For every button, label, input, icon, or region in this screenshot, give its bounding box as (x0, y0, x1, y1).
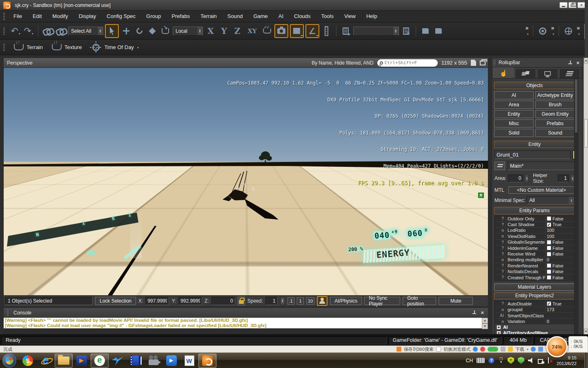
helper-size-value[interactable]: 1 (558, 175, 569, 182)
area-spinner[interactable]: ▲▼ (525, 175, 529, 182)
filter-mode-label[interactable]: By Name, Hide filtered, AND (312, 60, 373, 66)
mode-checkbox-icon[interactable] (436, 347, 441, 352)
close-console-icon[interactable]: × (481, 310, 484, 315)
combo-spinner[interactable]: ▲▼ (97, 27, 103, 35)
network-speed-widget[interactable]: ↑0K/S ↓0K/S (568, 336, 588, 352)
entity-properties2-header[interactable]: Entity Properties2 (494, 292, 575, 299)
named-selection-combo[interactable]: ▲▼ (353, 27, 399, 36)
entity-section-header[interactable]: Entity (494, 141, 575, 148)
snap-angle-button[interactable] (305, 24, 319, 38)
menu-help[interactable]: Help (361, 11, 383, 22)
checkbox[interactable] (547, 275, 551, 280)
checkbox[interactable]: ✓ (547, 222, 551, 227)
toolbar-overflow-2[interactable]: »▾ (550, 24, 555, 38)
ruler-button[interactable] (321, 25, 332, 37)
taskbar-file-explorer[interactable] (55, 354, 73, 368)
delete-named-selection-button[interactable] (401, 25, 412, 37)
vr-preview-toggle[interactable] (317, 296, 327, 306)
scroll-thumb[interactable] (584, 119, 588, 148)
param-group-ai[interactable]: +AI (495, 325, 574, 330)
object-btn-ai[interactable]: AI (494, 91, 534, 99)
toolbar-overflow-3[interactable]: »▾ (576, 24, 581, 38)
scroll-up-arrow[interactable]: ▲ (584, 58, 588, 63)
param-group-aiterritory[interactable]: +AITerritoryAndWave (495, 330, 574, 334)
taskbar-thunder[interactable] (109, 354, 127, 368)
entity-layer-field[interactable]: Main* (508, 162, 575, 170)
object-btn-prefabs[interactable]: Prefabs (535, 119, 575, 128)
axis-lock-button[interactable] (238, 296, 245, 305)
checkbox[interactable] (547, 246, 551, 250)
taskbar-movie-maker[interactable] (145, 354, 163, 368)
area-value[interactable]: 0 (508, 175, 523, 182)
taskbar-internet-explorer[interactable]: e (37, 354, 55, 368)
tray-expand-icon[interactable]: ❐▾ (498, 358, 504, 364)
toolbar-grip[interactable] (3, 44, 5, 51)
menu-config-spec[interactable]: Config Spec (101, 11, 141, 22)
menu-modify[interactable]: Modify (47, 11, 73, 22)
taskbar-360-browser[interactable] (91, 354, 109, 368)
speed-preset-1[interactable]: 1 (297, 297, 304, 305)
freeze-sphere-button[interactable] (563, 25, 574, 37)
lock-selection-button[interactable]: Lock Selection (95, 297, 136, 305)
360-speed-ball[interactable]: 74% (546, 336, 568, 357)
taskbar-video-player[interactable] (127, 354, 145, 368)
axis-xy-button[interactable]: XY (245, 27, 259, 35)
goto-position-button[interactable]: Goto position (403, 297, 436, 305)
help-tray-icon[interactable]: ? (488, 357, 494, 364)
object-btn-area[interactable]: Area (494, 101, 534, 109)
layout-icon[interactable] (480, 61, 486, 65)
object-btn-solid[interactable]: Solid (494, 129, 534, 137)
console-grip[interactable] (7, 310, 9, 316)
console-warning-line[interactable]: [Warning] <Flash> Could not load user im… (4, 323, 488, 328)
redo-button[interactable]: ▾ (23, 25, 34, 37)
console-scrollbar[interactable]: ▲▼ (482, 318, 488, 329)
traffic-light-icon[interactable] (488, 347, 498, 352)
checkbox[interactable] (547, 269, 551, 274)
taskbar-word[interactable] (180, 354, 198, 368)
object-btn-entity[interactable]: Entity (494, 110, 534, 118)
expand-icon[interactable]: + (497, 331, 501, 334)
link-button[interactable] (42, 25, 53, 37)
language-indicator[interactable]: CH (466, 358, 473, 364)
menu-file[interactable]: File (8, 11, 27, 22)
object-btn-sound[interactable]: Sound (535, 129, 575, 137)
checkbox[interactable] (547, 263, 551, 268)
snap-grid-button[interactable] (290, 24, 304, 38)
menu-group[interactable]: Group (141, 11, 166, 22)
toolbar-overflow-1[interactable]: »▾ (525, 24, 530, 38)
scale-tool-button[interactable] (147, 25, 158, 37)
menu-edit[interactable]: Edit (27, 11, 47, 22)
entity-params-header[interactable]: Entity Params (494, 207, 575, 214)
menu-prefabs[interactable]: Prefabs (166, 11, 195, 22)
object-btn-misc[interactable]: Misc (494, 119, 534, 128)
select-named-object-button[interactable] (340, 25, 352, 37)
select-tool-button[interactable] (105, 24, 119, 38)
axis-z-button[interactable]: Z (232, 26, 243, 36)
axis-x-button[interactable]: X (205, 26, 217, 36)
z-coordinate-field[interactable] (212, 297, 235, 305)
taskbar-sandbox[interactable] (198, 354, 216, 368)
tab-layers[interactable] (559, 68, 580, 78)
scroll-down-arrow[interactable]: ▼ (584, 329, 588, 334)
ai-physics-button[interactable]: AI/Physics (330, 297, 362, 305)
360-search-icon[interactable] (396, 347, 401, 352)
x-coordinate-field[interactable] (145, 297, 169, 305)
tab-objects[interactable]: ☝ (493, 67, 514, 78)
toolbar-grip[interactable] (3, 27, 5, 35)
minimal-spec-combo[interactable]: All ▲▼ (527, 196, 575, 204)
undo-button[interactable]: ▾ (10, 25, 21, 37)
volume-icon[interactable] (528, 358, 534, 364)
pin-icon[interactable] (472, 310, 477, 315)
pin-icon[interactable] (568, 61, 572, 65)
object-btn-archetype-entity[interactable]: Archetype Entity (535, 91, 575, 99)
move-tool-button[interactable] (120, 25, 132, 37)
start-button[interactable] (2, 354, 16, 368)
keyboard-icon[interactable] (477, 358, 485, 363)
switch-mode-label[interactable]: 切换浏览模式 (443, 346, 470, 352)
checkbox[interactable] (547, 216, 551, 221)
refresh-icon[interactable] (531, 347, 536, 352)
network-tray-icon[interactable] (538, 358, 544, 364)
object-select-tool-button[interactable] (537, 25, 548, 37)
show-desktop-button[interactable] (584, 353, 588, 368)
no-sync-player-button[interactable]: No Sync Player (364, 297, 400, 305)
